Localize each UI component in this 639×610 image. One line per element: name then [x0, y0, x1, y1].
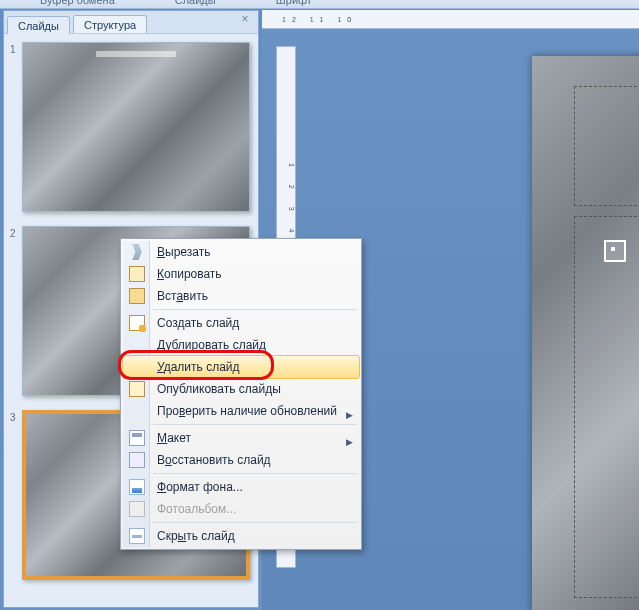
menu-separator: [153, 424, 357, 425]
menu-label: Дублировать слайд: [157, 338, 266, 352]
ribbon-group-font: Шрифт: [276, 0, 312, 6]
panel-tab-strip: Слайды Структура ×: [4, 11, 258, 34]
hide-slide-icon: [129, 528, 145, 544]
menu-separator: [153, 309, 357, 310]
slide-number: 1: [10, 42, 22, 212]
slide-context-menu: Вырезать Копировать Вставить Создать сла…: [120, 238, 362, 550]
slide-canvas[interactable]: [532, 56, 639, 610]
new-slide-icon: [129, 315, 145, 331]
menu-label: Скрыть слайд: [157, 529, 235, 543]
ribbon-group-slides: Слайды: [175, 0, 216, 6]
title-placeholder[interactable]: [574, 86, 639, 206]
tab-slides[interactable]: Слайды: [7, 16, 70, 34]
menu-layout[interactable]: Макет ▶: [123, 427, 359, 449]
horizontal-ruler: 12 11 10: [262, 10, 639, 29]
menu-label: Макет: [157, 431, 191, 445]
menu-paste[interactable]: Вставить: [123, 285, 359, 307]
slide-thumb-1[interactable]: 1: [10, 42, 252, 212]
menu-cut[interactable]: Вырезать: [123, 241, 359, 263]
menu-copy[interactable]: Копировать: [123, 263, 359, 285]
ribbon-groups: Буфер обмена Слайды Шрифт: [0, 0, 639, 9]
submenu-arrow-icon: ▶: [346, 404, 353, 426]
ribbon-group-clipboard: Буфер обмена: [40, 0, 115, 6]
menu-label: Копировать: [157, 267, 222, 281]
menu-delete-slide[interactable]: Удалить слайд: [122, 355, 360, 379]
menu-publish-slides[interactable]: Опубликовать слайды: [123, 378, 359, 400]
copy-icon: [129, 266, 145, 282]
menu-label: Фотоальбом...: [157, 502, 236, 516]
paste-icon: [129, 288, 145, 304]
menu-photo-album: Фотоальбом...: [123, 498, 359, 520]
app-window: Буфер обмена Слайды Шрифт Слайды Структу…: [0, 0, 639, 610]
menu-reset-slide[interactable]: Восстановить слайд: [123, 449, 359, 471]
menu-format-background[interactable]: Формат фона...: [123, 476, 359, 498]
thumbnail-image[interactable]: [22, 42, 250, 212]
slide-number: 3: [10, 410, 22, 580]
menu-label: Формат фона...: [157, 480, 243, 494]
format-background-icon: [129, 479, 145, 495]
publish-icon: [129, 381, 145, 397]
menu-separator: [153, 473, 357, 474]
slide-number: 2: [10, 226, 22, 396]
menu-label: Восстановить слайд: [157, 453, 271, 467]
menu-separator: [153, 522, 357, 523]
menu-label: Опубликовать слайды: [157, 382, 281, 396]
photo-album-icon: [129, 501, 145, 517]
selection-handle-icon[interactable]: [604, 240, 626, 262]
menu-label: Удалить слайд: [157, 360, 240, 374]
content-placeholder[interactable]: [574, 216, 639, 598]
layout-icon: [129, 430, 145, 446]
menu-duplicate-slide[interactable]: Дублировать слайд: [123, 334, 359, 356]
menu-label: Вырезать: [157, 245, 210, 259]
menu-label: Вставить: [157, 289, 208, 303]
cut-icon: [129, 244, 145, 260]
tab-structure[interactable]: Структура: [73, 15, 147, 33]
menu-label: Проверить наличие обновлений: [157, 404, 337, 418]
close-panel-button[interactable]: ×: [238, 13, 252, 27]
menu-check-updates[interactable]: Проверить наличие обновлений ▶: [123, 400, 359, 422]
menu-hide-slide[interactable]: Скрыть слайд: [123, 525, 359, 547]
menu-new-slide[interactable]: Создать слайд: [123, 312, 359, 334]
menu-label: Создать слайд: [157, 316, 239, 330]
reset-icon: [129, 452, 145, 468]
